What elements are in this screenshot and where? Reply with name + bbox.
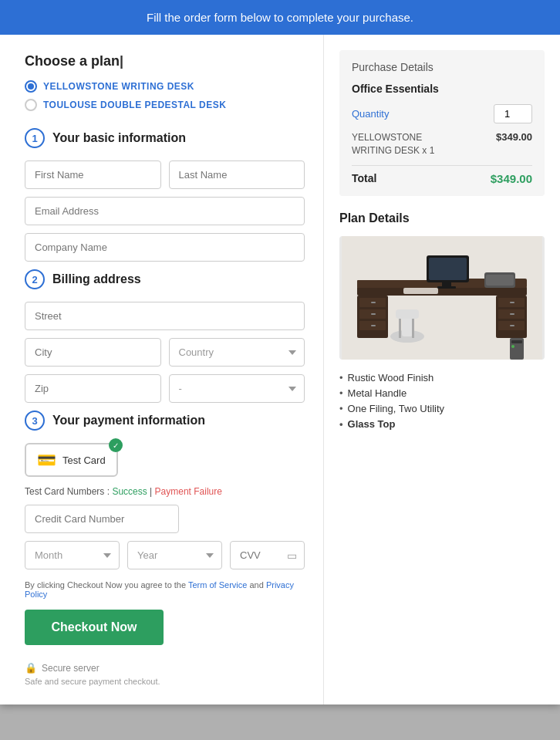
tos-link[interactable]: Term of Service: [188, 580, 247, 590]
email-row: [25, 197, 305, 225]
total-row: Total $349.00: [352, 172, 532, 185]
first-name-input[interactable]: [25, 161, 161, 189]
secure-sub: Safe and secure payment checkout.: [25, 677, 305, 686]
product-name: YELLOWSTONEWRITING DESK x 1: [352, 131, 434, 157]
step1-title: Your basic information: [52, 131, 186, 145]
total-price: $349.00: [491, 172, 532, 185]
company-input[interactable]: [25, 233, 305, 262]
last-name-input[interactable]: [169, 161, 305, 189]
choose-plan-section: Choose a plan| YELLOWSTONE WRITING DESK …: [25, 53, 305, 111]
step2-header: 2 Billing address: [25, 269, 305, 289]
feature-item: Glass Top: [339, 418, 545, 430]
step3-circle: 3: [25, 411, 45, 431]
svg-rect-11: [371, 325, 376, 326]
plan-details-section: Plan Details: [339, 211, 545, 430]
svg-rect-26: [396, 309, 419, 319]
purchase-details-box: Purchase Details Office Essentials Quant…: [339, 50, 545, 196]
zip-state-row: -: [25, 374, 305, 403]
choose-plan-title: Choose a plan|: [25, 53, 305, 69]
cc-number-input[interactable]: [25, 505, 179, 533]
step3-section: 3 Your payment information ✓ 💳 Test Card…: [25, 411, 305, 686]
svg-rect-27: [399, 319, 401, 338]
lock-icon: 🔒: [25, 662, 37, 674]
plan-details-title: Plan Details: [339, 211, 545, 225]
main-content: Choose a plan| YELLOWSTONE WRITING DESK …: [0, 35, 560, 705]
purchase-details-title: Purchase Details: [352, 61, 532, 73]
plan-options: YELLOWSTONE WRITING DESK TOULOUSE DOUBLE…: [25, 80, 305, 111]
step3-header: 3 Your payment information: [25, 411, 305, 431]
secure-info: 🔒 Secure server: [25, 662, 305, 674]
svg-rect-17: [510, 313, 514, 315]
page-wrapper: Fill the order form below to complete yo…: [0, 0, 560, 705]
street-input[interactable]: [25, 302, 305, 330]
svg-rect-10: [371, 313, 376, 315]
step2-title: Billing address: [52, 272, 141, 286]
country-select[interactable]: Country: [169, 338, 305, 367]
cvv-wrapper: ▭: [230, 541, 305, 569]
test-card-box[interactable]: ✓ 💳 Test Card: [25, 443, 118, 477]
svg-rect-22: [437, 286, 456, 289]
svg-rect-25: [402, 317, 413, 336]
quantity-row: Quantity: [352, 104, 532, 123]
svg-rect-20: [429, 258, 467, 280]
city-country-row: Country: [25, 338, 305, 367]
name-row: [25, 161, 305, 189]
quantity-input[interactable]: [494, 104, 532, 123]
svg-rect-16: [510, 302, 514, 303]
svg-rect-28: [412, 319, 414, 338]
feature-item: One Filing, Two Utility: [339, 403, 545, 414]
svg-rect-18: [510, 325, 514, 326]
zip-input[interactable]: [25, 374, 161, 403]
company-row: [25, 233, 305, 262]
svg-rect-32: [511, 340, 522, 343]
svg-rect-4: [357, 280, 496, 288]
cvv-card-icon: ▭: [287, 549, 297, 562]
desk-image: [339, 236, 545, 360]
banner-text: Fill the order form below to complete yo…: [147, 11, 413, 24]
secure-label: Secure server: [42, 663, 100, 674]
terms-text: By clicking Checkout Now you agree to th…: [25, 580, 305, 599]
month-select[interactable]: Month 01020304 05060708 09101112: [25, 541, 120, 569]
year-select[interactable]: Year 20242025202620272028: [127, 541, 222, 569]
test-card-numbers-row: Test Card Numbers : Success | Payment Fa…: [25, 486, 305, 497]
feature-list: Rustic Wood Finish Metal Handle One Fili…: [339, 372, 545, 430]
step2-circle: 2: [25, 269, 45, 289]
test-card-label: Test Card: [62, 454, 106, 466]
svg-rect-30: [486, 275, 514, 286]
success-link[interactable]: Success: [112, 486, 147, 497]
left-panel: Choose a plan| YELLOWSTONE WRITING DESK …: [0, 35, 324, 705]
radio-toulouse: [25, 99, 37, 111]
check-badge-icon: ✓: [109, 438, 123, 452]
svg-rect-23: [403, 288, 438, 294]
plan-option-yellowstone[interactable]: YELLOWSTONE WRITING DESK: [25, 80, 305, 93]
card-expiry-row: Month 01020304 05060708 09101112 Year 20…: [25, 541, 305, 569]
step1-circle: 1: [25, 128, 45, 148]
state-select[interactable]: -: [169, 374, 305, 403]
street-row: [25, 302, 305, 330]
svg-rect-9: [371, 302, 376, 303]
plan-option-toulouse[interactable]: TOULOUSE DOUBLE PEDESTAL DESK: [25, 99, 305, 111]
office-essentials-label: Office Essentials: [352, 83, 532, 95]
step1-header: 1 Your basic information: [25, 128, 305, 148]
cc-number-row: [25, 505, 305, 533]
radio-yellowstone: [25, 80, 37, 93]
total-label: Total: [352, 172, 376, 184]
email-input[interactable]: [25, 197, 305, 225]
quantity-label: Quantity: [352, 108, 389, 120]
credit-card-icon: 💳: [37, 451, 56, 469]
product-row: YELLOWSTONEWRITING DESK x 1 $349.00: [352, 131, 532, 166]
step1-section: 1 Your basic information: [25, 128, 305, 262]
right-panel: Purchase Details Office Essentials Quant…: [324, 35, 560, 705]
city-input[interactable]: [25, 338, 161, 367]
step2-section: 2 Billing address Country -: [25, 269, 305, 403]
svg-point-33: [511, 345, 514, 348]
top-banner: Fill the order form below to complete yo…: [0, 0, 560, 35]
step3-title: Your payment information: [52, 414, 205, 427]
payment-failure-link[interactable]: Payment Failure: [155, 486, 222, 497]
feature-item: Metal Handle: [339, 387, 545, 399]
checkout-button[interactable]: Checkout Now: [25, 610, 164, 645]
product-price: $349.00: [496, 131, 532, 143]
feature-item: Rustic Wood Finish: [339, 372, 545, 384]
